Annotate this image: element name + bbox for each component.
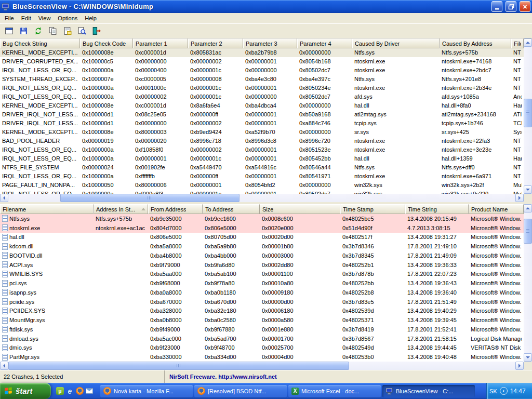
table-row[interactable]: DRIVER_IRQL_NOT_LESS...0x100000d10x00000… [0, 119, 524, 128]
table-row[interactable]: IRQL_NOT_LESS_OR_EQ...0x1000000a0xf10858… [0, 145, 524, 154]
table-row[interactable]: hal.dll0x806e50000x80705d000x00020d000x4… [0, 233, 524, 242]
properties-button[interactable] [60, 24, 74, 37]
column-header-parameter-3[interactable]: Parameter 3 [243, 38, 297, 48]
scroll-thumb[interactable] [60, 194, 240, 202]
exit-button[interactable] [89, 24, 103, 37]
table-row[interactable]: IRQL_NOT_LESS_OR_EQ...0x1000000a0xf000e8… [0, 190, 524, 194]
table-row[interactable]: isapnp.sys0xba0a80000xba0b11800x00009180… [0, 288, 524, 297]
table-row[interactable]: IRQL_NOT_LESS_OR_EQ...0x1000000a0x000000… [0, 92, 524, 101]
column-header-bug-check-string[interactable]: Bug Check String [0, 38, 80, 48]
taskbar-task-button[interactable]: [Resolved] BSOD Ntf... [194, 385, 287, 397]
column-header-size[interactable]: Size [260, 204, 340, 214]
table-row[interactable]: KERNEL_MODE_EXCEPTI...0x1000008e0xc00000… [0, 48, 524, 57]
column-header-filename[interactable]: Filename [0, 204, 94, 214]
quick-launch-utorrent[interactable]: µ [56, 387, 64, 395]
column-header-parameter-1[interactable]: Parameter 1 [133, 38, 188, 48]
table-row[interactable]: IRQL_NOT_LESS_OR_EQ...0x1000000a0xffffff… [0, 172, 524, 181]
column-header-from-address[interactable]: From Address [148, 204, 203, 214]
table-row[interactable]: ftdisk.sys0xb9f490000xb9f678800x0001e880… [0, 325, 524, 334]
column-header-time-stamp[interactable]: Time Stamp [340, 204, 405, 214]
close-button[interactable]: × [520, 1, 530, 12]
column-header-bug-check-code[interactable]: Bug Check Code [80, 38, 133, 48]
scroll-down-button[interactable] [524, 353, 532, 362]
start-button[interactable]: štart [0, 383, 51, 399]
scroll-track[interactable] [8, 194, 515, 202]
driver-list-horizontal-scrollbar[interactable] [0, 362, 532, 370]
table-cell: 0xba330000 [148, 354, 203, 360]
table-row[interactable]: SYSTEM_THREAD_EXCEP...0x1000007e0xc00000… [0, 75, 524, 84]
table-cell: afd.sys [352, 92, 440, 101]
crash-list-vertical-scrollbar[interactable] [524, 38, 532, 194]
scroll-right-button[interactable] [515, 362, 524, 370]
table-row[interactable]: DRIVER_IRQL_NOT_LESS...0x100000d10x08c25… [0, 110, 524, 119]
menu-view[interactable]: View [35, 14, 55, 22]
table-row[interactable]: pci.sys0xb9f680000xb9f78a800x00010a800x4… [0, 278, 524, 288]
scroll-track[interactable] [8, 362, 515, 370]
table-row[interactable]: dmload.sys0xba5ac0000xba5ad7000x00001700… [0, 334, 524, 343]
table-row[interactable]: IRQL_NOT_LESS_OR_EQ...0x1000000a0x000100… [0, 84, 524, 92]
table-row[interactable]: KERNEL_MODE_EXCEPTI...0x1000008e0x800000… [0, 128, 524, 137]
status-nirsoft-link[interactable]: NirSoft Freeware. http://www.nirsoft.net [165, 370, 532, 383]
taskbar-task-button[interactable]: Nová karta - Mozilla F... [100, 385, 193, 397]
column-header-product-name[interactable]: Product Name [469, 204, 524, 214]
table-row[interactable]: dmio.sys0xb9f230000xb9f487000x000257000x… [0, 343, 524, 353]
scroll-thumb[interactable] [524, 99, 532, 127]
column-header-parameter-2[interactable]: Parameter 2 [188, 38, 243, 48]
table-row[interactable]: PartMgr.sys0xba3300000xba334d000x00004d0… [0, 352, 524, 362]
column-header-file-d[interactable]: File D [511, 38, 524, 48]
table-row[interactable]: WMILIB.SYS0xba5aa0000xba5ab1000x00001100… [0, 270, 524, 279]
menu-help[interactable]: Help [81, 14, 100, 22]
table-row[interactable]: pciide.sys0xba6700000xba670d000x00000d00… [0, 297, 524, 307]
table-cell: 0xba5a8000 [148, 243, 203, 249]
scroll-left-button[interactable] [0, 362, 8, 370]
column-header-to-address[interactable]: To Address [203, 204, 260, 214]
menu-file[interactable]: File [1, 14, 18, 22]
scroll-left-button[interactable] [0, 194, 8, 202]
menu-options[interactable]: Options [54, 14, 81, 22]
table-row[interactable]: IRQL_NOT_LESS_OR_EQ...0x1000000a0x000004… [0, 66, 524, 75]
table-row[interactable]: BOOTVID.dll0xba4b80000xba4bb0000x0000300… [0, 251, 524, 260]
table-row[interactable]: ntoskrnl.exentoskrnl.exe+ac1ac0x804d7000… [0, 223, 524, 233]
scroll-track[interactable] [524, 47, 532, 185]
copy-button[interactable] [46, 24, 59, 37]
language-indicator[interactable]: SK [489, 388, 497, 394]
quick-launch-firefox[interactable] [76, 387, 84, 395]
quick-launch-ie[interactable]: e [66, 387, 74, 395]
column-header-address-in-st[interactable]: Address In St... [94, 204, 148, 214]
scroll-up-button[interactable] [524, 204, 532, 212]
table-row[interactable]: BAD_POOL_HEADER0x000000190x000000200x899… [0, 137, 524, 145]
table-row[interactable]: IRQL_NOT_LESS_OR_EQ...0x1000000a0x000000… [0, 154, 524, 163]
table-row[interactable]: NTFS_FILE_SYSTEM0x000000240x001902fe0xa5… [0, 163, 524, 172]
find-button[interactable] [75, 24, 88, 37]
scroll-thumb[interactable] [8, 362, 349, 370]
refresh-button[interactable] [31, 24, 45, 37]
table-row[interactable]: PCIIDEX.SYS0xba3280000xba32e1800x0000618… [0, 307, 524, 316]
scroll-track[interactable] [524, 212, 532, 353]
column-header-time-string[interactable]: Time String [405, 204, 469, 214]
table-row[interactable]: ACPI.sys0xb9f790000xb9fa6d800x0002dd800x… [0, 260, 524, 270]
column-header-caused-by-address[interactable]: Caused By Address [440, 38, 511, 48]
crash-list-horizontal-scrollbar[interactable] [0, 194, 532, 202]
restore-button[interactable] [506, 1, 516, 12]
table-row[interactable]: Ntfs.sysNtfs.sys+575b0xb9e350000xb9ec160… [0, 214, 524, 223]
table-row[interactable]: kdcom.dll0xba5a80000xba5a9b800x00001b800… [0, 242, 524, 251]
minimize-button[interactable] [491, 1, 502, 12]
table-row[interactable]: DRIVER_CORRUPTED_EX...0x100000c50x000000… [0, 57, 524, 66]
column-header-caused-by-driver[interactable]: Caused By Driver [352, 38, 440, 48]
quick-launch-outlook-express[interactable] [86, 388, 93, 394]
scroll-right-button[interactable] [515, 194, 524, 202]
table-row[interactable]: KERNEL_MODE_EXCEPTI...0x1000008e0xc00000… [0, 101, 524, 110]
new-window-button[interactable] [2, 24, 16, 37]
taskbar-task-button[interactable]: XMicrosoft Excel - doc... [288, 385, 381, 397]
scroll-up-button[interactable] [524, 38, 532, 47]
column-header-parameter-4[interactable]: Parameter 4 [297, 38, 352, 48]
scroll-down-button[interactable] [524, 185, 532, 194]
menu-edit[interactable]: Edit [18, 14, 35, 22]
table-row[interactable]: MountMgr.sys0xba0b80000xba0c25800x0000a5… [0, 315, 524, 325]
driver-list-vertical-scrollbar[interactable] [524, 204, 532, 362]
hide-tray-icons-icon[interactable]: ‹ [500, 387, 508, 395]
save-button[interactable] [17, 24, 30, 37]
scroll-thumb[interactable] [524, 219, 532, 244]
taskbar-task-button[interactable]: BlueScreenView - C:... [382, 385, 475, 397]
table-row[interactable]: PAGE_FAULT_IN_NONPA...0x100000500x800000… [0, 181, 524, 190]
